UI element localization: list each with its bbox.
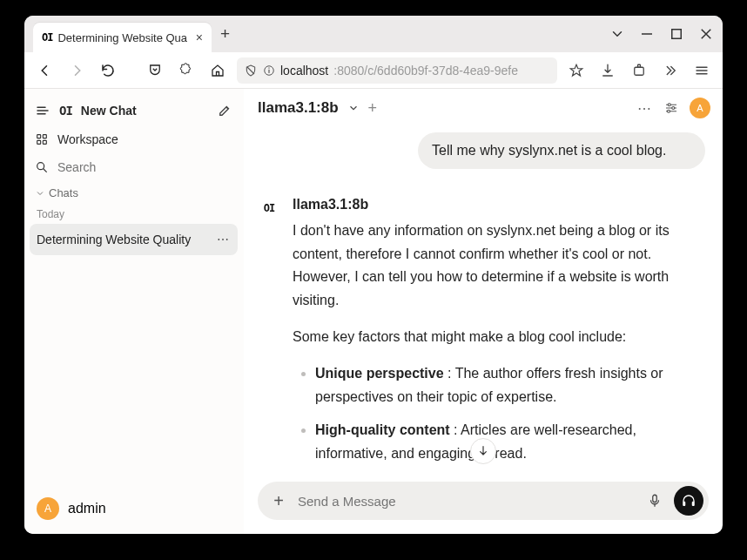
favicon-icon: OI xyxy=(42,31,52,44)
grid-icon xyxy=(35,132,49,146)
user-message: Tell me why syslynx.net is a cool blog. xyxy=(418,132,705,169)
search-icon xyxy=(35,160,49,174)
svg-rect-1 xyxy=(672,30,682,39)
sidebar-user[interactable]: A admin xyxy=(30,492,238,525)
app-content: OI New Chat Workspace Chats Today Determ… xyxy=(24,89,723,534)
svg-rect-6 xyxy=(638,64,641,67)
bullet-term: Unique perspective xyxy=(315,366,444,381)
svg-rect-4 xyxy=(268,67,269,68)
svg-rect-0 xyxy=(642,33,652,35)
url-bar[interactable]: localhost:8080/c/6dd60b9f-37d8-4ea9-9efe xyxy=(237,57,557,84)
sidebar-toggle-icon[interactable] xyxy=(35,103,50,118)
assistant-avatar-icon: OI xyxy=(258,197,280,219)
close-window-icon[interactable] xyxy=(695,23,717,45)
maximize-icon[interactable] xyxy=(665,23,688,45)
sidebar: OI New Chat Workspace Chats Today Determ… xyxy=(24,89,244,534)
url-host: localhost xyxy=(280,64,328,78)
extensions-icon[interactable] xyxy=(627,58,651,83)
home-button[interactable] xyxy=(205,58,230,83)
new-tab-button[interactable]: + xyxy=(220,24,230,44)
search-input[interactable] xyxy=(57,160,232,174)
svg-rect-16 xyxy=(683,502,685,506)
reload-button[interactable] xyxy=(96,58,120,83)
bookmark-star-icon[interactable] xyxy=(564,58,589,83)
browser-tab[interactable]: OI Determining Website Qua × xyxy=(33,23,212,52)
mic-icon[interactable] xyxy=(644,490,665,511)
svg-point-13 xyxy=(672,107,675,110)
composer: + xyxy=(244,473,723,534)
svg-rect-8 xyxy=(43,135,46,138)
browser-window: OI Determining Website Qua × + localhost… xyxy=(24,16,723,534)
browser-toolbar: localhost:8080/c/6dd60b9f-37d8-4ea9-9efe xyxy=(24,52,723,89)
overflow-tabs-icon[interactable] xyxy=(606,23,629,45)
assistant-paragraph: I don't have any information on syslynx.… xyxy=(293,219,709,312)
conversation-header: llama3.1:8b + ⋯ A xyxy=(244,89,723,127)
conversation-menu-icon[interactable]: ⋯ xyxy=(637,100,653,117)
new-chat-label[interactable]: New Chat xyxy=(81,104,208,118)
svg-rect-7 xyxy=(37,135,41,138)
svg-rect-5 xyxy=(635,67,644,75)
model-chevron-icon[interactable] xyxy=(347,102,360,114)
avatar: A xyxy=(37,497,59,520)
assistant-bullet-list: Unique perspective : The author offers f… xyxy=(293,362,709,465)
header-avatar[interactable]: A xyxy=(690,98,710,118)
svg-point-12 xyxy=(668,104,670,106)
puzzle-icon[interactable] xyxy=(174,58,199,83)
chat-item-title: Determining Website Quality xyxy=(37,233,191,246)
model-name[interactable]: llama3.1:8b xyxy=(258,99,339,117)
info-icon[interactable] xyxy=(263,64,275,77)
main-panel: llama3.1:8b + ⋯ A Tell me why syslynx.ne… xyxy=(244,89,723,534)
settings-sliders-icon[interactable] xyxy=(663,100,679,116)
scroll-down-button[interactable] xyxy=(470,438,496,464)
day-label: Today xyxy=(30,205,238,224)
toolbar-overflow-icon[interactable] xyxy=(658,58,683,83)
attach-button[interactable]: + xyxy=(268,490,289,511)
titlebar: OI Determining Website Qua × + xyxy=(24,16,723,52)
assistant-body: llama3.1:8b I don't have any information… xyxy=(293,193,709,473)
list-item: High-quality content : Articles are well… xyxy=(315,419,709,465)
sidebar-header: OI New Chat xyxy=(30,96,238,125)
headphones-button[interactable] xyxy=(674,486,703,516)
sidebar-search[interactable] xyxy=(30,153,238,181)
svg-rect-10 xyxy=(43,140,46,144)
svg-point-14 xyxy=(668,110,670,112)
minimize-icon[interactable] xyxy=(636,23,658,45)
list-item: Unique perspective : The author offers f… xyxy=(315,362,709,408)
close-tab-icon[interactable]: × xyxy=(196,30,203,44)
forward-button xyxy=(64,58,89,83)
downloads-icon[interactable] xyxy=(596,58,620,83)
chevron-down-icon xyxy=(35,188,45,199)
chats-section-label: Chats xyxy=(49,186,78,199)
sidebar-item-workspace[interactable]: Workspace xyxy=(30,125,238,153)
pocket-icon[interactable] xyxy=(143,58,167,83)
svg-rect-9 xyxy=(37,140,41,144)
svg-rect-15 xyxy=(653,495,657,502)
assistant-turn: OI llama3.1:8b I don't have any informat… xyxy=(258,193,709,473)
message-input[interactable] xyxy=(298,494,636,509)
tab-title: Determining Website Qua xyxy=(57,31,190,44)
composer-bar: + xyxy=(258,482,709,520)
svg-point-11 xyxy=(37,163,44,170)
shield-icon[interactable] xyxy=(244,64,258,78)
assistant-paragraph: Some key factors that might make a blog … xyxy=(293,326,709,348)
back-button[interactable] xyxy=(33,58,57,83)
add-model-button[interactable]: + xyxy=(368,99,378,118)
workspace-label: Workspace xyxy=(57,132,118,146)
assistant-name: llama3.1:8b xyxy=(293,193,709,216)
edit-icon[interactable] xyxy=(217,103,232,118)
conversation-body: Tell me why syslynx.net is a cool blog. … xyxy=(244,127,723,473)
url-path: :8080/c/6dd60b9f-37d8-4ea9-9efe xyxy=(333,64,518,78)
hamburger-menu-icon[interactable] xyxy=(690,58,714,83)
svg-rect-3 xyxy=(268,69,269,72)
svg-rect-17 xyxy=(692,502,695,506)
chat-item-menu-icon[interactable]: ⋯ xyxy=(217,233,231,246)
user-name: admin xyxy=(68,501,106,516)
chats-section-header[interactable]: Chats xyxy=(30,181,238,205)
logo-icon: OI xyxy=(59,104,72,118)
window-controls xyxy=(606,23,717,45)
bullet-term: High-quality content xyxy=(315,422,450,437)
chat-list-item-active[interactable]: Determining Website Quality ⋯ xyxy=(30,224,238,255)
